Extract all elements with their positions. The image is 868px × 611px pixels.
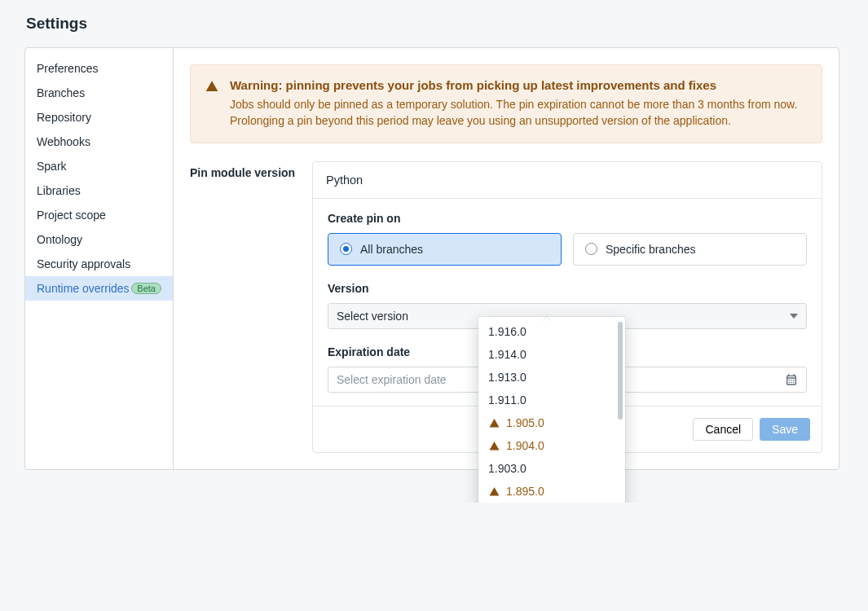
- version-value: 1.914.0: [488, 348, 527, 361]
- version-value: 1.913.0: [488, 371, 527, 384]
- warning-icon: [488, 441, 500, 451]
- warning-banner: Warning: pinning prevents your jobs from…: [190, 64, 822, 143]
- sidebar-item-label: Ontology: [37, 233, 82, 246]
- version-label: Version: [328, 282, 807, 295]
- warning-body: Jobs should only be pinned as a temporar…: [230, 96, 807, 130]
- warning-icon: [205, 80, 218, 130]
- radio-dot-icon: [585, 243, 597, 255]
- version-value: 1.911.0: [488, 393, 527, 407]
- version-select-placeholder: Select version: [337, 310, 408, 323]
- calendar-icon: [785, 373, 798, 386]
- warning-text: Warning: pinning prevents your jobs from…: [230, 78, 807, 130]
- radio-specific-branches-label: Specific branches: [606, 243, 696, 256]
- sidebar-item-label: Branches: [37, 86, 85, 99]
- save-button[interactable]: Save: [760, 418, 810, 441]
- radio-dot-icon: [340, 243, 352, 255]
- version-option[interactable]: 1.895.0: [478, 480, 625, 503]
- version-value: 1.895.0: [506, 485, 544, 498]
- warning-heading: Warning: pinning prevents your jobs from…: [230, 78, 716, 92]
- sidebar-item-branches[interactable]: Branches: [25, 81, 173, 105]
- sidebar-item-security-approvals[interactable]: Security approvals: [25, 252, 173, 276]
- version-value: 1.903.0: [488, 462, 527, 475]
- warning-icon: [488, 486, 500, 497]
- version-value: 1.916.0: [488, 325, 527, 338]
- version-option[interactable]: 1.905.0: [478, 411, 625, 434]
- sidebar-item-label: Project scope: [37, 209, 106, 222]
- version-option[interactable]: 1.904.0: [478, 434, 625, 457]
- sidebar-item-project-scope[interactable]: Project scope: [25, 203, 173, 227]
- module-name: Python: [313, 162, 822, 199]
- sidebar-item-spark[interactable]: Spark: [25, 154, 173, 178]
- radio-all-branches[interactable]: All branches: [328, 233, 562, 266]
- version-option[interactable]: 1.903.0: [478, 457, 625, 480]
- sidebar-item-preferences[interactable]: Preferences: [25, 56, 173, 81]
- sidebar-item-label: Runtime overrides: [37, 282, 130, 295]
- sidebar-item-label: Repository: [37, 111, 91, 124]
- sidebar-item-repository[interactable]: Repository: [25, 105, 173, 130]
- sidebar-item-label: Libraries: [37, 184, 81, 197]
- sidebar-item-ontology[interactable]: Ontology: [25, 227, 173, 252]
- version-dropdown-popover: 1.916.01.914.01.913.01.911.01.905.01.904…: [478, 317, 625, 503]
- pin-module-version-label: Pin module version: [190, 161, 296, 179]
- version-value: 1.904.0: [506, 439, 544, 452]
- version-option[interactable]: 1.911.0: [478, 389, 625, 411]
- beta-badge: Beta: [131, 283, 161, 294]
- caret-down-icon: [790, 314, 798, 319]
- radio-specific-branches[interactable]: Specific branches: [573, 233, 807, 266]
- cancel-button[interactable]: Cancel: [693, 418, 753, 441]
- sidebar-item-runtime-overrides[interactable]: Runtime overridesBeta: [25, 276, 173, 301]
- version-option[interactable]: 1.916.0: [478, 320, 625, 343]
- sidebar-item-webhooks[interactable]: Webhooks: [25, 130, 173, 154]
- settings-sidebar: PreferencesBranchesRepositoryWebhooksSpa…: [25, 48, 174, 469]
- create-pin-on-label: Create pin on: [328, 212, 807, 225]
- settings-content: Warning: pinning prevents your jobs from…: [174, 48, 839, 469]
- version-option[interactable]: 1.914.0: [478, 343, 625, 366]
- version-value: 1.905.0: [506, 416, 544, 429]
- sidebar-item-label: Security approvals: [37, 257, 130, 270]
- sidebar-item-libraries[interactable]: Libraries: [25, 178, 173, 203]
- sidebar-item-label: Spark: [37, 160, 67, 173]
- expiration-date-placeholder: Select expiration date: [337, 373, 447, 386]
- page-title: Settings: [26, 15, 844, 33]
- sidebar-item-label: Preferences: [37, 62, 98, 75]
- version-option[interactable]: 1.913.0: [478, 366, 625, 389]
- scrollbar-thumb[interactable]: [618, 322, 623, 420]
- sidebar-item-label: Webhooks: [37, 135, 90, 148]
- warning-icon: [488, 418, 500, 429]
- radio-all-branches-label: All branches: [360, 243, 423, 256]
- settings-frame: PreferencesBranchesRepositoryWebhooksSpa…: [24, 47, 839, 470]
